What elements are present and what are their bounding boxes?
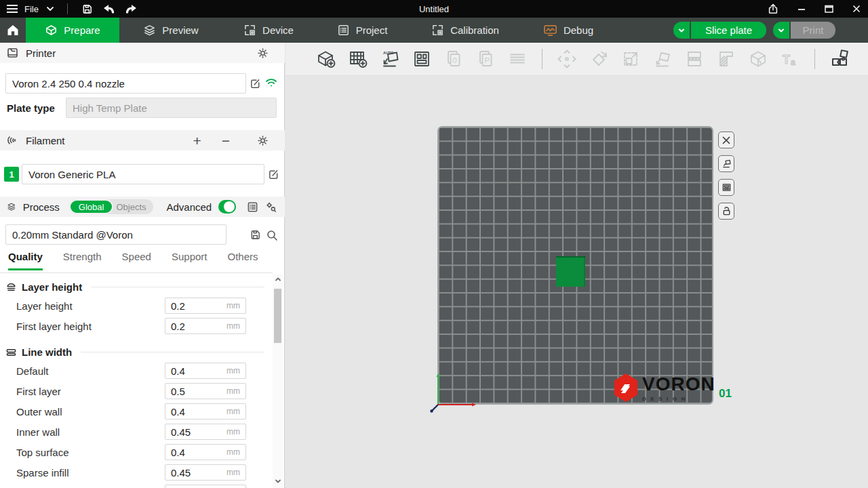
add-plate-icon[interactable] [346,47,370,71]
first-layer-height-input[interactable]: 0.2 mm [165,318,246,334]
tab-project[interactable]: Project [315,18,410,43]
top-surface-line-width-input[interactable]: 0.4 mm [165,444,246,460]
param-settings-icon[interactable] [265,201,277,213]
clipped-input[interactable] [165,485,246,488]
setting-row: Inner wall 0.45 mm [0,422,271,442]
process-preset-select[interactable]: 0.20mm Standard @Voron [5,224,226,245]
scroll-down-icon[interactable] [273,477,283,487]
logo-text: VORON [642,375,715,394]
voron-hexagon-icon [612,373,639,403]
voron-logo: VORON DESIGN [612,373,715,403]
printer-preset-select[interactable]: Voron 2.4 250 0.4 nozzle [5,73,246,94]
filament-select[interactable]: Voron Generic PLA [22,164,264,184]
layer-height-icon [5,281,17,293]
doc-zero-icon: 0 [441,47,466,71]
filament-section-header: Filament + − [0,130,285,150]
title-bar: File Untitled [0,0,868,18]
setting-row: First layer 0.5 mm [0,381,271,401]
close-button[interactable] [850,3,863,15]
delete-plate-button[interactable] [718,131,734,148]
tab-others[interactable]: Others [228,251,258,270]
model-object[interactable] [556,256,585,287]
tab-calibration[interactable]: Calibration [410,18,521,43]
undo-button[interactable] [101,3,117,16]
process-section-header: Process Global Objects Advanced [0,197,285,217]
filament-slot-badge: 1 [4,167,19,182]
preview-layers-icon [143,24,156,37]
scope-global[interactable]: Global [69,199,114,214]
param-list-icon[interactable] [247,201,258,213]
minimize-button[interactable] [795,3,808,15]
tab-preview[interactable]: Preview [119,18,222,43]
slice-dropdown-button[interactable] [673,22,690,39]
scrollbar-thumb[interactable] [274,289,281,343]
main-tab-bar: Prepare Preview Device Project Calibrati… [0,18,868,43]
slice-plate-button[interactable]: Slice plate [691,22,766,39]
share-button[interactable] [766,1,781,16]
plate-actions [718,131,734,220]
line-width-icon [5,346,17,358]
print-button[interactable]: Print [791,22,835,39]
first-layer-line-width-input[interactable]: 0.5 mm [165,383,246,399]
viewport-3d[interactable]: AUTO 0 P [285,43,868,488]
tab-speed[interactable]: Speed [122,251,151,270]
default-line-width-input[interactable]: 0.4 mm [165,363,246,379]
arrange-icon[interactable] [410,47,434,71]
divider [542,49,542,69]
tab-device[interactable]: Device [222,18,315,43]
group-line-width: Line width [0,343,271,361]
maximize-button[interactable] [823,3,835,15]
auto-orient-icon[interactable]: AUTO [378,47,402,71]
outer-wall-line-width-input[interactable]: 0.4 mm [165,403,246,420]
sidebar: Printer Voron 2.4 250 0.4 nozzle Plate t… [0,43,285,488]
filament-settings-gear-icon[interactable] [257,135,269,146]
filament-spool-icon [7,134,19,146]
setting-row: First layer height 0.2 mm [0,316,271,336]
redo-button[interactable] [123,3,139,16]
assembly-view-icon[interactable] [827,47,852,71]
add-filament-button[interactable]: + [193,134,201,148]
scale-icon [618,47,643,71]
filament-edit-icon[interactable] [268,169,279,180]
svg-text:0: 0 [453,56,457,64]
home-button[interactable] [0,18,26,43]
scroll-up-icon[interactable] [273,275,283,285]
advanced-label: Advanced [167,201,212,213]
tab-quality[interactable]: Quality [8,251,43,270]
add-object-icon[interactable] [314,47,338,71]
settings-scrollbar[interactable] [273,274,283,488]
sparse-infill-line-width-input[interactable]: 0.45 mm [165,464,246,481]
tab-prepare[interactable]: Prepare [26,18,119,43]
arrange-plate-button[interactable] [718,179,734,196]
file-menu[interactable]: File [24,4,39,14]
process-tab-strip: Quality Strength Speed Support Others [0,251,273,270]
plate-type-label: Plate type [7,102,55,114]
advanced-toggle[interactable] [218,200,236,214]
search-icon[interactable] [266,229,278,241]
tab-support[interactable]: Support [172,251,208,270]
print-dropdown-button[interactable] [773,22,789,39]
plate-type-select[interactable]: High Temp Plate [66,98,277,118]
lock-plate-button[interactable] [718,203,734,220]
setting-row: Layer height 0.2 mm [0,296,271,316]
scope-objects[interactable]: Objects [113,202,153,212]
device-icon [243,24,256,37]
setting-row: Outer wall 0.4 mm [0,401,271,422]
save-button[interactable] [80,2,94,16]
hamburger-menu-icon[interactable] [7,3,18,15]
wifi-icon[interactable] [265,77,277,88]
save-preset-icon[interactable] [250,229,261,241]
tab-strength[interactable]: Strength [63,251,102,270]
chevron-down-icon[interactable] [45,4,55,14]
orient-plate-button[interactable] [718,155,734,172]
build-plate[interactable]: VORON DESIGN [437,126,713,405]
svg-text:AUTO: AUTO [383,51,394,55]
printer-edit-icon[interactable] [250,78,261,89]
tab-debug[interactable]: Debug [521,18,616,43]
process-scope-toggle[interactable]: Global Objects [69,199,153,214]
layer-height-input[interactable]: 0.2 mm [165,298,246,314]
printer-settings-gear-icon[interactable] [257,47,269,59]
debug-monitor-icon [543,24,557,37]
inner-wall-line-width-input[interactable]: 0.45 mm [165,424,246,440]
remove-filament-button[interactable]: − [222,134,230,148]
